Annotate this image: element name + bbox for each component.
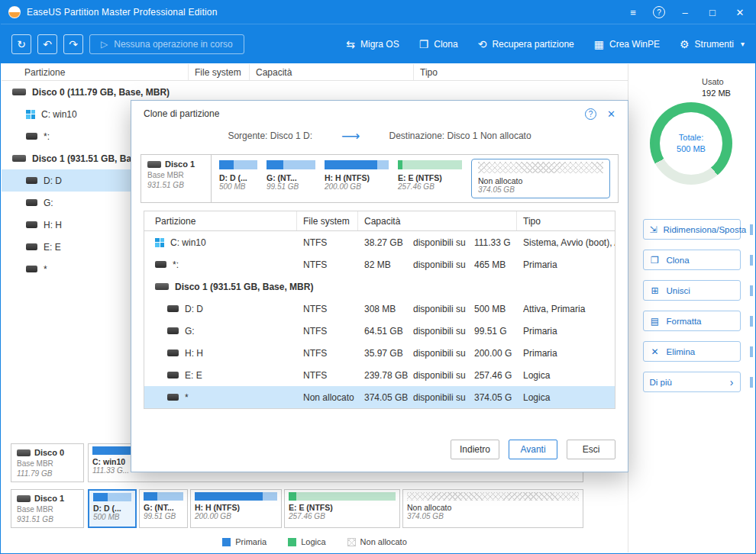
dialog-row-star-colon[interactable]: *: NTFS 82 MB disponibili su 465 MB Prim…	[144, 253, 615, 275]
dialog-row-e[interactable]: E: E NTFS 239.78 GB disponibili su 257.4…	[144, 364, 615, 386]
partition-label: E: E	[44, 242, 61, 253]
column-partition[interactable]: Partizione	[2, 64, 189, 80]
legend: Primaria Logica Non allocato	[2, 537, 628, 546]
dialog-row-c-win10[interactable]: C: win10 NTFS 38.27 GB disponibili su 11…	[144, 231, 615, 253]
strip-block-size: 374.05 GB	[478, 185, 603, 194]
strip-disk-info: Disco 1 Base MBR 931.51 GB	[141, 155, 212, 202]
used-callout: Usato 192 MB	[702, 76, 731, 99]
strip-block-g[interactable]: G: (NT... 99.51 GB	[267, 160, 315, 197]
column-type[interactable]: Tipo	[517, 211, 615, 230]
disk1-map-row: Disco 1 Base MBR 931.51 GB D: D (... 500…	[11, 489, 583, 528]
migrate-os-label: Migra OS	[360, 39, 399, 50]
source-destination-row: Sorgente: Disco 1 D: ⟶ Destinazione: Dis…	[131, 127, 628, 145]
drive-icon	[26, 221, 37, 228]
dialog-row-g[interactable]: G: NTFS 64.51 GB disponibili su 99.51 G …	[144, 320, 615, 342]
block-d[interactable]: D: D (... 500 MB	[88, 489, 137, 528]
column-capacity[interactable]: Capacità	[358, 211, 517, 230]
close-icon[interactable]: ✕	[732, 5, 748, 20]
partition-label: C: win10	[41, 109, 77, 120]
list-column-headers: Partizione File system Capacità Tipo	[2, 64, 628, 81]
play-icon: ▷	[101, 39, 108, 50]
dialog-row-disk1-group[interactable]: Disco 1 (931.51 GB, Base, MBR)	[144, 275, 615, 298]
row-filesystem: NTFS	[297, 370, 358, 381]
drive-icon	[26, 199, 37, 206]
disk0-info-box[interactable]: Disco 0 Base MBR 111.79 GB	[11, 443, 84, 482]
exit-button[interactable]: Esci	[567, 440, 615, 459]
dialog-disk-strip: Disco 1 Base MBR 931.51 GB D: D (... 500…	[141, 154, 619, 203]
block-g[interactable]: G: (NT... 99.51 GB	[139, 489, 188, 528]
block-unallocated[interactable]: Non allocato 374.05 GB	[402, 489, 583, 528]
row-free: 38.27 GB	[358, 237, 413, 248]
disk1-info-box[interactable]: Disco 1 Base MBR 931.51 GB	[11, 489, 84, 528]
strip-block-label: E: E (NTFS)	[398, 173, 462, 182]
next-button[interactable]: Avanti	[509, 440, 557, 459]
total-value: 500 MB	[677, 143, 706, 155]
undo-button[interactable]: ↶	[37, 34, 57, 54]
column-file-system[interactable]: File system	[297, 211, 358, 230]
unallocated-legend-swatch	[347, 538, 356, 546]
usage-bar	[93, 493, 131, 501]
legend-unallocated-label: Non allocato	[360, 537, 407, 546]
clone-button[interactable]: ❐ Clona	[419, 38, 458, 50]
dialog-row-h[interactable]: H: H NTFS 35.97 GB disponibili su 200.00…	[144, 342, 615, 364]
column-partition[interactable]: Partizione	[144, 211, 297, 230]
block-e[interactable]: E: E (NTFS) 257.46 GB	[284, 489, 400, 528]
block-size: 200.00 GB	[195, 512, 277, 520]
back-button[interactable]: Indietro	[451, 440, 499, 459]
redo-button[interactable]: ↷	[63, 34, 83, 54]
winpe-icon: ▦	[594, 38, 604, 50]
easeus-logo-icon	[8, 6, 21, 18]
menu-icon[interactable]: ≡	[625, 5, 641, 20]
format-icon: ▤	[650, 316, 661, 327]
format-button[interactable]: ▤ Formatta	[643, 311, 741, 331]
disk-icon	[17, 495, 31, 502]
strip-block-e[interactable]: E: E (NTFS) 257.46 GB	[398, 160, 462, 197]
merge-button[interactable]: ⊞ Unisci	[643, 280, 741, 301]
minimize-icon[interactable]: –	[677, 5, 693, 20]
row-filesystem: NTFS	[297, 326, 358, 337]
merge-icon: ⊞	[650, 285, 661, 296]
strip-block-unallocated-selected[interactable]: Non allocato 374.05 GB	[471, 159, 610, 198]
row-total: 374.05 G	[474, 392, 517, 403]
migrate-os-button[interactable]: ⇆ Migra OS	[346, 38, 399, 50]
block-h[interactable]: H: H (NTFS) 200.00 GB	[190, 489, 282, 528]
strip-block-h[interactable]: H: H (NTFS) 200.00 GB	[325, 160, 389, 197]
destination-label: Destinazione: Disco 1 Non allocato	[389, 130, 531, 141]
help-icon[interactable]: ?	[653, 6, 665, 18]
tools-menu-button[interactable]: ⚙ Strumenti ▾	[680, 38, 745, 50]
legend-logical-label: Logica	[301, 537, 325, 546]
clone-side-button[interactable]: ❐ Clona	[643, 250, 741, 270]
unallocated-bar	[478, 162, 603, 173]
dialog-close-icon[interactable]: ✕	[607, 108, 615, 120]
maximize-icon[interactable]: □	[705, 5, 720, 20]
refresh-icon: ↻	[17, 38, 26, 50]
row-type: Primaria	[517, 259, 615, 270]
column-file-system[interactable]: File system	[189, 64, 250, 80]
row-partition: C: win10	[170, 237, 206, 248]
pending-operations-button[interactable]: ▷ Nessuna operazione in corso	[89, 34, 244, 54]
delete-icon: ✕	[650, 346, 661, 357]
row-type: Logica	[517, 392, 615, 403]
more-label: Di più	[650, 378, 672, 387]
resize-move-button[interactable]: ⇲ Ridimensiona/Sposta	[643, 219, 741, 240]
disk1-name: Disco 1	[34, 494, 64, 503]
strip-block-d[interactable]: D: D (... 500 MB	[219, 160, 257, 197]
dialog-row-d[interactable]: D: D NTFS 308 MB disponibili su 500 MB A…	[144, 298, 615, 320]
disk1-type: Base MBR	[17, 505, 78, 514]
dialog-row-unallocated-selected[interactable]: * Non allocato 374.05 GB disponibili su …	[144, 386, 615, 408]
more-button[interactable]: Di più ›	[643, 372, 741, 392]
strip-disk-type: Base MBR	[147, 171, 205, 179]
column-capacity[interactable]: Capacità	[250, 64, 414, 80]
refresh-button[interactable]: ↻	[11, 34, 31, 54]
dialog-help-icon[interactable]: ?	[585, 108, 596, 120]
column-type[interactable]: Tipo	[414, 64, 628, 80]
delete-button[interactable]: ✕ Elimina	[643, 341, 741, 362]
row-partition: H: H	[185, 348, 203, 359]
recover-partition-button[interactable]: ⟲ Recupera partizione	[478, 38, 574, 50]
window-title: EaseUS Partition Master Professional Edi…	[27, 7, 218, 18]
create-winpe-button[interactable]: ▦ Crea WinPE	[594, 38, 660, 50]
clone-icon: ❐	[650, 255, 661, 266]
row-filesystem: Non allocato	[297, 392, 358, 403]
windows-partition-icon	[26, 110, 35, 119]
dialog-header: Clone di partizione ? ✕	[131, 101, 628, 127]
